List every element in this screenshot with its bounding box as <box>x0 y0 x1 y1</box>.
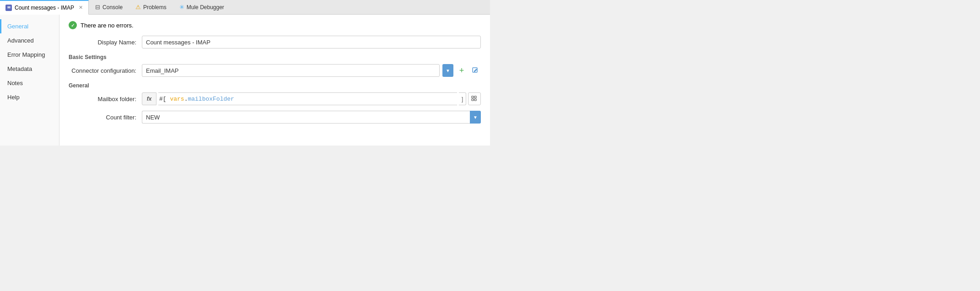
sidebar-item-error-mapping[interactable]: Error Mapping <box>0 48 59 62</box>
mailbox-input[interactable] <box>158 92 457 105</box>
fx-label: fx <box>147 96 152 102</box>
fx-button[interactable]: fx <box>142 92 156 105</box>
count-dropdown-btn[interactable]: ▼ <box>470 111 481 124</box>
count-select[interactable]: NEW <box>142 111 470 124</box>
svg-rect-4 <box>474 99 476 101</box>
sidebar-item-general[interactable]: General <box>0 19 59 33</box>
tab-debugger[interactable]: ✳ Mule Debugger <box>173 0 231 15</box>
svg-rect-2 <box>474 96 476 98</box>
content-area: There are no errors. Display Name: Basic… <box>59 15 490 146</box>
connector-label: Connector configuration: <box>69 67 142 74</box>
basic-settings-title: Basic Settings <box>69 54 481 60</box>
main-content: General Advanced Error Mapping Metadata … <box>0 15 490 146</box>
status-bar: There are no errors. <box>69 21 481 29</box>
mailbox-label: Mailbox folder: <box>69 96 142 102</box>
connector-select[interactable]: Email_IMAP <box>142 64 440 77</box>
connector-add-btn[interactable]: + <box>456 65 467 76</box>
sidebar-item-notes[interactable]: Notes <box>0 76 59 90</box>
status-message: There are no errors. <box>81 22 134 29</box>
connector-dropdown-btn[interactable]: ▼ <box>442 64 453 77</box>
count-label: Count filter: <box>69 114 142 121</box>
mailbox-folder-row: Mailbox folder: fx #[ vars.mailboxFolder… <box>69 92 481 105</box>
tab-debugger-label: Mule Debugger <box>187 4 224 11</box>
status-ok-icon <box>69 21 77 29</box>
tab-console-label: Console <box>102 4 123 11</box>
connector-edit-btn[interactable] <box>470 65 481 76</box>
connector-config-row: Connector configuration: Email_IMAP ▼ + <box>69 64 481 77</box>
tab-imap-close[interactable]: ✕ <box>79 5 83 11</box>
display-name-row: Display Name: <box>69 36 481 48</box>
sidebar: General Advanced Error Mapping Metadata … <box>0 15 59 146</box>
mailbox-input-wrap: fx #[ vars.mailboxFolder ] <box>142 92 481 105</box>
display-name-input[interactable] <box>142 36 481 48</box>
general-section-title: General <box>69 82 481 89</box>
count-filter-row: Count filter: NEW ▼ <box>69 111 481 124</box>
mailbox-grid-btn[interactable] <box>468 92 481 105</box>
tab-imap[interactable]: ✉ Count messages - IMAP ✕ <box>0 0 89 15</box>
tab-problems-label: Problems <box>143 4 167 11</box>
connector-select-wrap: Email_IMAP ▼ + <box>142 64 481 77</box>
tab-problems[interactable]: ⚠ Problems <box>129 0 173 15</box>
sidebar-item-help[interactable]: Help <box>0 90 59 104</box>
sidebar-item-metadata[interactable]: Metadata <box>0 62 59 76</box>
tab-imap-label: Count messages - IMAP <box>15 5 74 11</box>
console-icon: ⊟ <box>95 4 100 11</box>
debugger-icon: ✳ <box>179 4 184 11</box>
mailbox-close-bracket: ] <box>459 92 466 105</box>
count-select-wrap: NEW ▼ <box>142 111 481 124</box>
sidebar-item-advanced[interactable]: Advanced <box>0 33 59 48</box>
svg-rect-3 <box>472 99 474 101</box>
tab-bar: ✉ Count messages - IMAP ✕ ⊟ Console ⚠ Pr… <box>0 0 490 15</box>
svg-rect-1 <box>472 96 474 98</box>
problems-icon: ⚠ <box>135 4 141 11</box>
tab-console[interactable]: ⊟ Console <box>89 0 129 15</box>
display-name-label: Display Name: <box>69 39 142 46</box>
imap-icon: ✉ <box>5 5 12 11</box>
